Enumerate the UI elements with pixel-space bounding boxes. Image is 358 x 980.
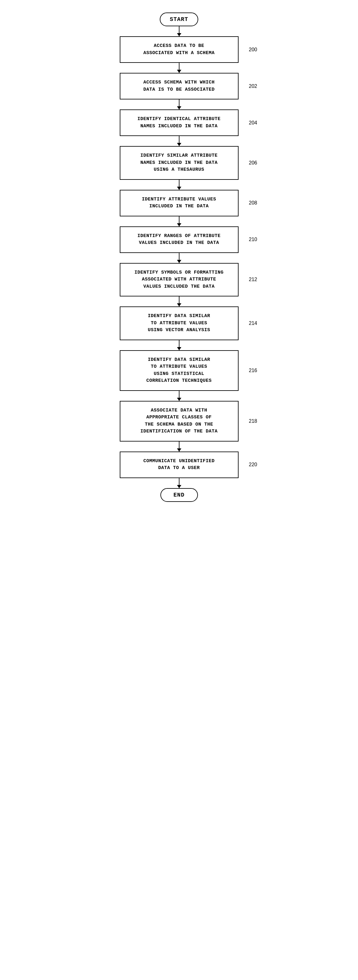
step-214-number: 214 (249, 321, 257, 326)
arrow-2 (179, 99, 180, 110)
step-208-number: 208 (249, 200, 257, 206)
step-212-number: 212 (249, 277, 257, 282)
step-218-number: 218 (249, 418, 257, 424)
arrow-4 (179, 180, 180, 190)
step-204-number: 204 (249, 120, 257, 126)
arrow-5 (179, 216, 180, 226)
step-212-wrapper: IDENTIFY SYMBOLS OR FORMATTINGASSOCIATED… (120, 263, 239, 297)
step-200-number: 200 (249, 47, 257, 52)
arrow-9 (179, 391, 180, 401)
arrow-10 (179, 442, 180, 452)
step-202-number: 202 (249, 83, 257, 89)
step-214-wrapper: IDENTIFY DATA SIMILARTO ATTRIBUTE VALUES… (120, 307, 239, 340)
step-212-box: IDENTIFY SYMBOLS OR FORMATTINGASSOCIATED… (120, 263, 239, 297)
step-208-box: IDENTIFY ATTRIBUTE VALUESINCLUDED IN THE… (120, 190, 239, 216)
arrow-7 (179, 296, 180, 307)
step-218-wrapper: ASSOCIATE DATA WITHAPPROPRIATE CLASSES O… (120, 401, 239, 442)
arrow-3 (179, 136, 180, 146)
end-terminal: END (161, 488, 198, 502)
step-210-box: IDENTIFY RANGES OF ATTRIBUTEVALUES INCLU… (120, 226, 239, 253)
step-206-wrapper: IDENTIFY SIMILAR ATTRIBUTENAMES INCLUDED… (120, 146, 239, 180)
step-200-box: ACCESS DATA TO BEASSOCIATED WITH A SCHEM… (120, 36, 239, 63)
step-206-box: IDENTIFY SIMILAR ATTRIBUTENAMES INCLUDED… (120, 146, 239, 180)
step-210-number: 210 (249, 237, 257, 242)
step-220-wrapper: COMMUNICATE UNIDENTIFIEDDATA TO A USER 2… (120, 452, 239, 478)
step-204-wrapper: IDENTIFY IDENTICAL ATTRIBUTENAMES INCLUD… (120, 110, 239, 136)
step-216-number: 216 (249, 368, 257, 373)
arrow-11 (179, 478, 180, 488)
start-terminal: START (160, 13, 198, 26)
step-202-wrapper: ACCESS SCHEMA WITH WHICHDATA IS TO BE AS… (120, 73, 239, 99)
step-202-box: ACCESS SCHEMA WITH WHICHDATA IS TO BE AS… (120, 73, 239, 99)
arrow-8 (179, 340, 180, 350)
step-214-box: IDENTIFY DATA SIMILARTO ATTRIBUTE VALUES… (120, 307, 239, 340)
flowchart: START ACCESS DATA TO BEASSOCIATED WITH A… (101, 13, 257, 967)
step-206-number: 206 (249, 160, 257, 166)
step-218-box: ASSOCIATE DATA WITHAPPROPRIATE CLASSES O… (120, 401, 239, 442)
step-220-number: 220 (249, 462, 257, 468)
step-204-box: IDENTIFY IDENTICAL ATTRIBUTENAMES INCLUD… (120, 110, 239, 136)
arrow-6 (179, 253, 180, 263)
step-210-wrapper: IDENTIFY RANGES OF ATTRIBUTEVALUES INCLU… (120, 226, 239, 253)
arrow-0 (179, 26, 180, 36)
arrow-1 (179, 63, 180, 73)
step-216-wrapper: IDENTIFY DATA SIMILARTO ATTRIBUTE VALUES… (120, 350, 239, 391)
step-208-wrapper: IDENTIFY ATTRIBUTE VALUESINCLUDED IN THE… (120, 190, 239, 216)
step-220-box: COMMUNICATE UNIDENTIFIEDDATA TO A USER (120, 452, 239, 478)
step-216-box: IDENTIFY DATA SIMILARTO ATTRIBUTE VALUES… (120, 350, 239, 391)
step-200-wrapper: ACCESS DATA TO BEASSOCIATED WITH A SCHEM… (120, 36, 239, 63)
